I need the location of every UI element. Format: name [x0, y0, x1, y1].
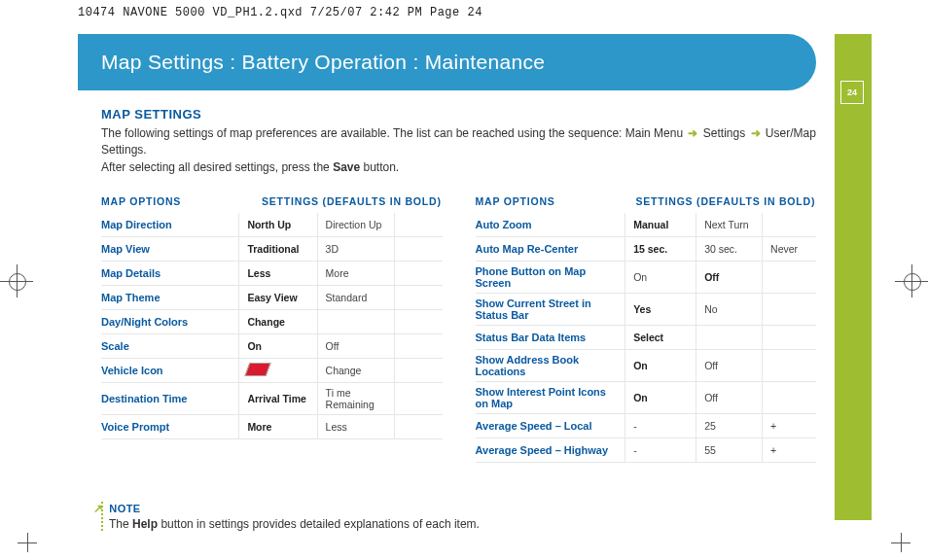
setting-value: Next Turn — [696, 213, 763, 237]
setting-value: Yes — [625, 294, 696, 326]
option-name: Map View — [101, 237, 239, 262]
setting-value — [763, 213, 816, 237]
setting-value: Never — [763, 237, 816, 262]
setting-value: On — [625, 350, 696, 382]
note-arrow-icon: ↗ — [93, 502, 106, 515]
option-name: Show Interest Point Icons on Map — [476, 382, 625, 414]
table-row: ScaleOnOff — [101, 334, 443, 359]
setting-value: Change — [317, 359, 394, 383]
setting-value: Select — [625, 326, 696, 350]
setting-value: 55 — [696, 438, 763, 463]
table-row: Average Speed – Local-25+ — [476, 414, 817, 438]
setting-value: Off — [696, 262, 763, 294]
option-name: Auto Map Re-Center — [476, 237, 625, 262]
setting-value: Off — [696, 350, 763, 382]
setting-value: More — [317, 262, 394, 286]
option-name: Show Current Street in Status Bar — [476, 294, 625, 326]
note-text-a: The — [109, 517, 132, 531]
setting-value — [395, 383, 443, 415]
arrow-icon: ➜ — [749, 126, 763, 140]
setting-value — [395, 237, 443, 262]
table-row: Auto Map Re-Center15 sec.30 sec.Never — [476, 237, 817, 262]
setting-value: - — [625, 438, 696, 463]
registration-mark-icon — [901, 270, 922, 292]
option-name: Auto Zoom — [476, 213, 625, 237]
page-title: Map Settings : Battery Operation : Maint… — [101, 51, 545, 74]
table-row: Destination TimeArrival TimeTi me Remain… — [101, 383, 443, 415]
table-row: Voice PromptMoreLess — [101, 415, 443, 439]
note-text: The Help button in settings provides det… — [109, 517, 816, 531]
arrow-icon: ➜ — [686, 126, 699, 140]
table-row: Map DirectionNorth UpDirection Up — [101, 213, 443, 237]
option-name: Map Details — [101, 262, 239, 286]
setting-value: On — [239, 334, 317, 359]
intro-line2a: After selecting all desired settings, pr… — [101, 160, 333, 174]
left-table: Map DirectionNorth UpDirection UpMap Vie… — [101, 213, 443, 439]
setting-value — [239, 359, 317, 383]
option-name: Phone Button on Map Screen — [476, 262, 625, 294]
option-name: Voice Prompt — [101, 415, 239, 439]
setting-value: Manual — [625, 213, 696, 237]
settings-tables: MAP OPTIONS SETTINGS (DEFAULTS IN BOLD) … — [101, 195, 816, 463]
setting-value: 15 sec. — [625, 237, 696, 262]
option-name: Vehicle Icon — [101, 359, 239, 383]
option-name: Average Speed – Highway — [476, 438, 625, 463]
registration-mark-icon — [6, 270, 27, 292]
page-number-badge: 24 — [840, 81, 864, 104]
setting-value: Ti me Remaining — [317, 383, 394, 415]
intro-text: The following settings of map preference… — [101, 126, 686, 140]
vehicle-icon — [245, 363, 271, 376]
table-row: Day/Night ColorsChange — [101, 310, 443, 334]
col-settings: SETTINGS (DEFAULTS IN BOLD) — [636, 195, 817, 207]
table-row: Status Bar Data ItemsSelect — [476, 326, 817, 350]
option-name: Map Theme — [101, 286, 239, 310]
intro-line2b: button. — [364, 160, 400, 174]
table-row: Average Speed – Highway-55+ — [476, 438, 817, 463]
table-row: Map DetailsLessMore — [101, 262, 443, 286]
right-table-wrap: MAP OPTIONS SETTINGS (DEFAULTS IN BOLD) … — [476, 195, 817, 463]
table-row: Vehicle IconChange — [101, 359, 443, 383]
setting-value — [395, 334, 443, 359]
table-header: MAP OPTIONS SETTINGS (DEFAULTS IN BOLD) — [476, 195, 817, 207]
option-name: Scale — [101, 334, 239, 359]
table-row: Show Current Street in Status BarYesNo — [476, 294, 817, 326]
setting-value: Standard — [317, 286, 394, 310]
setting-value: - — [625, 414, 696, 438]
option-name: Day/Night Colors — [101, 310, 239, 334]
setting-value — [395, 213, 443, 237]
setting-value: On — [625, 382, 696, 414]
setting-value: Less — [239, 262, 317, 286]
option-name: Status Bar Data Items — [476, 326, 625, 350]
table-row: Map ViewTraditional3D — [101, 237, 443, 262]
col-options: MAP OPTIONS — [101, 195, 262, 207]
setting-value: + — [763, 414, 816, 438]
right-table: Auto ZoomManualNext TurnAuto Map Re-Cent… — [476, 213, 817, 463]
note-label: NOTE — [109, 503, 140, 514]
document-slug: 10474 NAVONE 5000 VD_PH1.2.qxd 7/25/07 2… — [78, 6, 482, 19]
table-row: Show Interest Point Icons on MapOnOff — [476, 382, 817, 414]
table-row: Show Address Book LocationsOnOff — [476, 350, 817, 382]
crop-mark-icon — [18, 533, 37, 552]
setting-value — [395, 359, 443, 383]
setting-value — [763, 382, 816, 414]
setting-value: No — [696, 294, 763, 326]
setting-value — [763, 294, 816, 326]
setting-value: + — [763, 438, 816, 463]
setting-value: Off — [696, 382, 763, 414]
table-row: Map ThemeEasy ViewStandard — [101, 286, 443, 310]
table-row: Auto ZoomManualNext Turn — [476, 213, 817, 237]
setting-value — [395, 310, 443, 334]
col-settings: SETTINGS (DEFAULTS IN BOLD) — [262, 195, 443, 207]
setting-value — [763, 326, 816, 350]
setting-value: 30 sec. — [696, 237, 763, 262]
left-table-wrap: MAP OPTIONS SETTINGS (DEFAULTS IN BOLD) … — [101, 195, 443, 463]
setting-value: Traditional — [239, 237, 317, 262]
setting-value: Off — [317, 334, 394, 359]
setting-value: More — [239, 415, 317, 439]
note-block: ↗ NOTE The Help button in settings provi… — [101, 502, 816, 531]
setting-value: 3D — [317, 237, 394, 262]
setting-value: Change — [239, 310, 317, 334]
option-name: Map Direction — [101, 213, 239, 237]
setting-value: On — [625, 262, 696, 294]
crop-mark-icon — [891, 533, 910, 552]
